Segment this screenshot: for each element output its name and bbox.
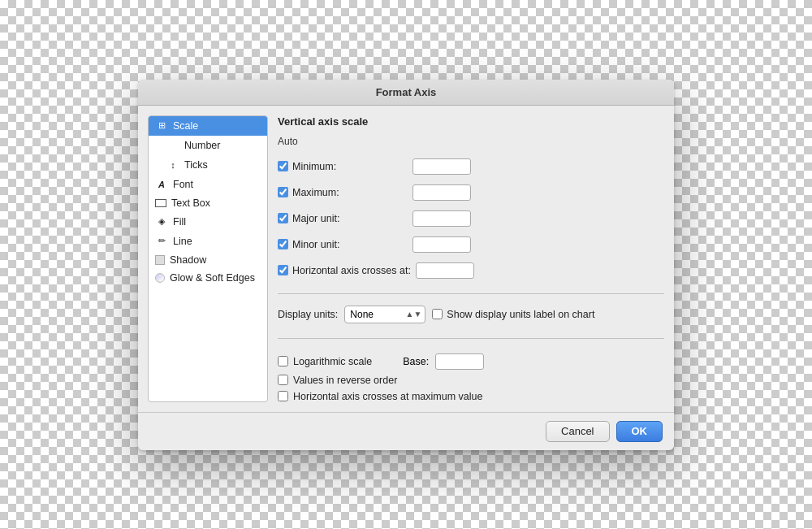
display-units-select-wrapper: None Hundreds Thousands Millions Billion…: [344, 306, 425, 323]
format-axis-dialog: Format Axis ⊞ Scale Number ↕ Ticks A Fon…: [138, 80, 674, 450]
sidebar-item-font[interactable]: A Font: [149, 175, 267, 194]
sidebar-item-label: Fill: [173, 216, 186, 228]
sidebar-item-label: Ticks: [184, 159, 208, 171]
fill-icon: ◈: [155, 215, 168, 228]
sidebar-item-label: Shadow: [170, 254, 206, 266]
sidebar-item-scale[interactable]: ⊞ Scale: [149, 116, 267, 136]
minor-unit-input[interactable]: 0.4: [412, 236, 471, 253]
sidebar-item-textbox[interactable]: Text Box: [149, 194, 267, 212]
h-axis-max-label: Horizontal axis crosses at maximum value: [278, 391, 664, 402]
sidebar-item-label: Scale: [173, 120, 198, 132]
ticks-icon: ↕: [166, 158, 179, 171]
sidebar-item-label: Line: [173, 236, 192, 247]
font-icon: A: [155, 178, 168, 191]
textbox-icon: [155, 199, 166, 207]
display-units-row: Display units: None Hundreds Thousands M…: [278, 306, 664, 323]
dialog-title: Format Axis: [376, 86, 437, 98]
log-scale-label: Logarithmic scale: [278, 356, 372, 367]
h-axis-crosses-row: Horizontal axis crosses at: 0.0: [278, 262, 664, 279]
divider-2: [278, 338, 664, 339]
dialog-titlebar: Format Axis: [138, 80, 674, 106]
main-content: Vertical axis scale Auto Minimum: 0.0 Ma…: [278, 115, 664, 402]
display-units-select[interactable]: None Hundreds Thousands Millions Billion…: [344, 306, 425, 323]
h-axis-crosses-label: Horizontal axis crosses at:: [278, 265, 411, 276]
base-label: Base:: [403, 356, 429, 367]
sidebar-item-label: Text Box: [171, 197, 210, 209]
log-base-row: Logarithmic scale Base: 10.0: [278, 353, 664, 370]
ok-button[interactable]: OK: [616, 421, 663, 442]
base-input[interactable]: 10.0: [435, 353, 484, 370]
major-unit-checkbox[interactable]: [278, 213, 288, 223]
minor-unit-checkbox[interactable]: [278, 239, 288, 249]
log-scale-section: Logarithmic scale Base: 10.0: [278, 353, 664, 370]
shadow-icon: [155, 255, 165, 265]
display-units-label: Display units:: [278, 309, 338, 320]
h-axis-max-checkbox[interactable]: [278, 391, 288, 401]
dialog-footer: Cancel OK: [138, 412, 674, 450]
show-units-checkbox[interactable]: [432, 309, 443, 319]
line-icon: ✏: [155, 235, 168, 248]
minimum-row: Minimum: 0.0: [278, 158, 664, 175]
maximum-row: Maximum: 16.0: [278, 184, 664, 201]
minor-unit-row: Minor unit: 0.4: [278, 236, 664, 253]
minimum-label: Minimum:: [278, 161, 408, 172]
check-options: Logarithmic scale Base: 10.0 Values in r…: [278, 353, 664, 402]
number-icon: [166, 139, 179, 152]
scale-icon: ⊞: [155, 119, 168, 132]
auto-label: Auto: [278, 136, 664, 147]
minimum-checkbox[interactable]: [278, 161, 288, 171]
sidebar-item-line[interactable]: ✏ Line: [149, 232, 267, 251]
sidebar: ⊞ Scale Number ↕ Ticks A Font Text Box ◈: [148, 115, 268, 402]
sidebar-item-fill[interactable]: ◈ Fill: [149, 212, 267, 232]
h-axis-crosses-input[interactable]: 0.0: [416, 262, 474, 279]
log-scale-checkbox[interactable]: [278, 356, 288, 366]
section-title: Vertical axis scale: [278, 115, 664, 128]
cancel-button[interactable]: Cancel: [546, 421, 609, 442]
sidebar-item-label: Number: [184, 140, 220, 151]
major-unit-input[interactable]: 2.0: [412, 210, 471, 227]
sidebar-item-label: Font: [173, 179, 193, 190]
sidebar-item-glow[interactable]: Glow & Soft Edges: [149, 269, 267, 287]
major-unit-label: Major unit:: [278, 213, 408, 224]
minor-unit-label: Minor unit:: [278, 239, 408, 250]
divider-1: [278, 293, 664, 294]
values-reverse-label: Values in reverse order: [278, 375, 664, 386]
minimum-input[interactable]: 0.0: [412, 158, 471, 175]
sidebar-item-label: Glow & Soft Edges: [170, 272, 255, 284]
h-axis-crosses-checkbox[interactable]: [278, 265, 288, 275]
glow-icon: [155, 273, 165, 283]
sidebar-item-ticks[interactable]: ↕ Ticks: [149, 155, 267, 175]
maximum-label: Maximum:: [278, 187, 408, 198]
sidebar-item-shadow[interactable]: Shadow: [149, 251, 267, 269]
values-reverse-checkbox[interactable]: [278, 375, 288, 385]
sidebar-item-number[interactable]: Number: [149, 136, 267, 155]
maximum-input[interactable]: 16.0: [412, 184, 471, 201]
show-units-label: Show display units label on chart: [432, 309, 594, 320]
dialog-body: ⊞ Scale Number ↕ Ticks A Font Text Box ◈: [138, 106, 674, 412]
major-unit-row: Major unit: 2.0: [278, 210, 664, 227]
maximum-checkbox[interactable]: [278, 187, 288, 197]
